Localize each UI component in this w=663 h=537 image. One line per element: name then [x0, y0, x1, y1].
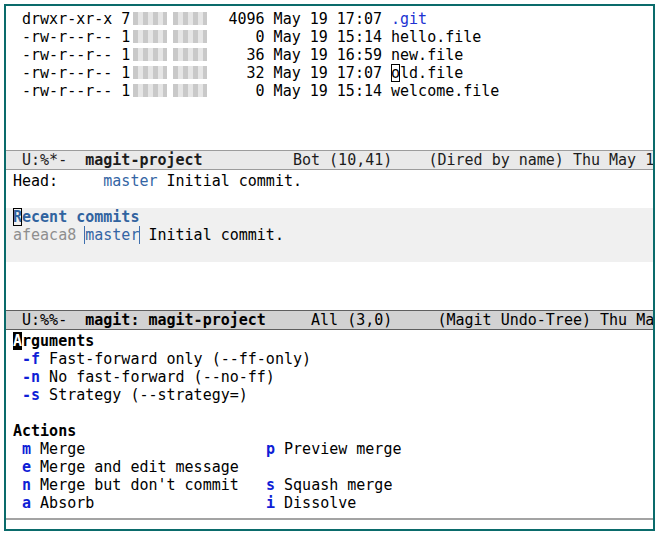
blank-line: [6, 404, 653, 422]
blank-line: [6, 244, 653, 262]
arguments-heading-line: Arguments: [6, 332, 653, 350]
redacted-owner: [133, 30, 167, 43]
modeline-magit[interactable]: U:%%- magit: magit-project All (3,0) (Ma…: [6, 310, 653, 330]
transient-desc: Preview merge: [275, 440, 401, 458]
transient-action[interactable]: m Merge: [13, 440, 266, 458]
transient-action-row: m Mergep Preview merge: [6, 440, 653, 458]
modeline-info: Bot (10,41) (Dired by name) Thu May 19 1…: [203, 151, 653, 169]
transient-argument[interactable]: -s Strategy (--strategy=): [6, 386, 653, 404]
transient-key[interactable]: -f: [22, 350, 40, 368]
section-heading: Recent commits: [13, 208, 139, 226]
dired-row[interactable]: -rw-r--r-- 1 32 May 19 17:07 old.file: [6, 64, 653, 82]
file-permissions: -rw-r--r-- 1: [13, 64, 130, 82]
head-line[interactable]: Head: master Initial commit.: [6, 172, 653, 190]
transient-key[interactable]: -n: [22, 368, 40, 386]
echo-area: [6, 520, 653, 529]
arguments-heading: Arguments: [13, 332, 94, 350]
transient-key[interactable]: e: [22, 458, 31, 476]
redacted-group: [173, 66, 207, 79]
dired-file-link[interactable]: welcome.file: [391, 82, 499, 100]
redacted-owner: [133, 12, 167, 25]
head-message: Initial commit.: [158, 172, 303, 190]
commit-hash: afeaca8: [13, 226, 76, 244]
file-permissions: -rw-r--r-- 1: [13, 46, 130, 64]
transient-window: Arguments -f Fast-forward only (--ff-onl…: [6, 330, 653, 518]
modeline-flags: U:%*-: [13, 151, 85, 169]
redacted-group: [173, 84, 207, 97]
text-cursor: A: [13, 332, 22, 350]
dired-row[interactable]: drwxr-xr-x 7 4096 May 19 17:07 .git: [6, 10, 653, 28]
transient-desc: Merge but don't commit: [31, 476, 239, 494]
transient-desc: Fast-forward only (--ff-only): [40, 350, 311, 368]
magit-status-window: Head: master Initial commit. Recent comm…: [6, 170, 653, 310]
redacted-group: [173, 48, 207, 61]
dired-file-link[interactable]: new.file: [391, 46, 463, 64]
modeline-flags: U:%%-: [13, 311, 85, 329]
transient-action[interactable]: e Merge and edit message: [13, 458, 266, 476]
modeline-info: All (3,0) (Magit Undo-Tree) Thu May 19: [266, 311, 653, 329]
transient-action-row: e Merge and edit message: [6, 458, 653, 476]
recent-commits-section: Recent commits afeaca8 master Initial co…: [6, 208, 653, 262]
transient-action-row: a Absorbi Dissolve: [6, 494, 653, 512]
modeline-buffer-name: magit: magit-project: [85, 311, 266, 329]
transient-desc: Dissolve: [275, 494, 356, 512]
arguments-list: -f Fast-forward only (--ff-only) -n No f…: [6, 350, 653, 404]
recent-commits-heading[interactable]: Recent commits: [6, 208, 653, 226]
file-size-date: 4096 May 19 17:07: [210, 10, 391, 28]
file-permissions: drwxr-xr-x 7: [13, 10, 130, 28]
actions-list: m Mergep Preview merge e Merge and edit …: [6, 440, 653, 512]
actions-heading-line: Actions: [6, 422, 653, 440]
dired-file-link[interactable]: hello.file: [391, 28, 481, 46]
dired-window: drwxr-xr-x 7 4096 May 19 17:07 .git -rw-…: [6, 6, 653, 150]
transient-desc: Merge: [31, 440, 85, 458]
file-size-date: 0 May 19 15:14: [210, 28, 391, 46]
actions-heading: Actions: [13, 422, 76, 440]
text-cursor: R: [13, 208, 22, 226]
head-branch[interactable]: master: [103, 172, 157, 190]
dired-row[interactable]: -rw-r--r-- 1 0 May 19 15:14 welcome.file: [6, 82, 653, 100]
transient-desc: Squash merge: [275, 476, 392, 494]
transient-key[interactable]: s: [266, 476, 275, 494]
transient-action[interactable]: a Absorb: [13, 494, 266, 512]
transient-argument[interactable]: -n No fast-forward (--no-ff): [6, 368, 653, 386]
transient-key[interactable]: -s: [22, 386, 40, 404]
redacted-owner: [133, 66, 167, 79]
commit-branch-label[interactable]: master: [85, 226, 139, 244]
head-label: Head:: [13, 172, 103, 190]
dired-file-link[interactable]: old.file: [391, 64, 463, 82]
transient-desc: Merge and edit message: [31, 458, 239, 476]
gap: [76, 226, 85, 244]
dired-row[interactable]: -rw-r--r-- 1 36 May 19 16:59 new.file: [6, 46, 653, 64]
transient-action[interactable]: n Merge but don't commit: [13, 476, 266, 494]
commit-message: Initial commit.: [139, 226, 284, 244]
redacted-group: [173, 30, 207, 43]
modeline-buffer-name: magit-project: [85, 151, 202, 169]
modeline-dired[interactable]: U:%*- magit-project Bot (10,41) (Dired b…: [6, 150, 653, 170]
dired-dir-link[interactable]: .git: [391, 10, 427, 28]
commit-line[interactable]: afeaca8 master Initial commit.: [6, 226, 653, 244]
dired-row[interactable]: -rw-r--r-- 1 0 May 19 15:14 hello.file: [6, 28, 653, 46]
file-size-date: 0 May 19 15:14: [210, 82, 391, 100]
redacted-group: [173, 12, 207, 25]
transient-key[interactable]: p: [266, 440, 275, 458]
transient-desc: No fast-forward (--no-ff): [40, 368, 275, 386]
file-size-date: 36 May 19 16:59: [210, 46, 391, 64]
transient-key[interactable]: a: [22, 494, 31, 512]
transient-key[interactable]: m: [22, 440, 31, 458]
redacted-owner: [133, 84, 167, 97]
transient-key[interactable]: i: [266, 494, 275, 512]
redacted-owner: [133, 48, 167, 61]
transient-key[interactable]: n: [22, 476, 31, 494]
file-permissions: -rw-r--r-- 1: [13, 28, 130, 46]
blank-line: [6, 190, 653, 208]
text-cursor: o: [391, 64, 400, 82]
emacs-frame: drwxr-xr-x 7 4096 May 19 17:07 .git -rw-…: [4, 4, 655, 531]
transient-desc: Absorb: [31, 494, 94, 512]
transient-argument[interactable]: -f Fast-forward only (--ff-only): [6, 350, 653, 368]
file-size-date: 32 May 19 17:07: [210, 64, 391, 82]
file-permissions: -rw-r--r-- 1: [13, 82, 130, 100]
transient-desc: Strategy (--strategy=): [40, 386, 248, 404]
transient-action-row: n Merge but don't commits Squash merge: [6, 476, 653, 494]
